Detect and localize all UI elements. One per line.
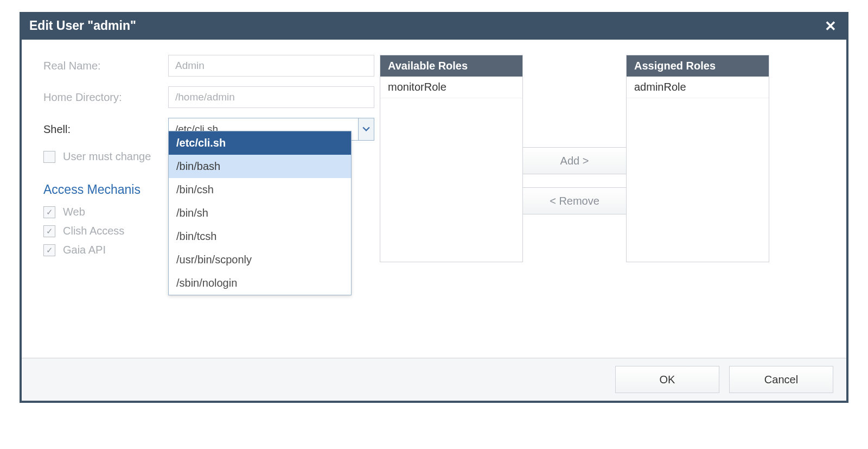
role-item[interactable]: adminRole — [627, 77, 769, 98]
edit-user-dialog: Edit User "admin" ✕ Real Name: Home Dire… — [20, 12, 848, 403]
dialog-title: Edit User "admin" — [29, 18, 136, 33]
shell-option[interactable]: /sbin/nologin — [169, 271, 351, 295]
label-real-name: Real Name: — [43, 60, 168, 72]
ok-label: OK — [660, 374, 675, 386]
available-roles-list[interactable]: monitorRole — [380, 77, 522, 262]
add-role-label: Add > — [560, 155, 589, 167]
input-real-name[interactable] — [168, 55, 374, 77]
label-home-directory: Home Directory: — [43, 91, 168, 104]
shell-option[interactable]: /bin/sh — [169, 201, 351, 225]
row-real-name: Real Name: — [43, 55, 374, 77]
shell-option[interactable]: /bin/tcsh — [169, 225, 351, 248]
ok-button[interactable]: OK — [615, 366, 719, 393]
remove-role-button[interactable]: < Remove — [522, 187, 627, 214]
assigned-roles-panel: Assigned Roles adminRole — [626, 55, 769, 262]
dialog-body: Real Name: Home Directory: Shell: /etc/c… — [22, 40, 846, 358]
dialog-footer: OK Cancel — [22, 358, 846, 401]
input-home-directory[interactable] — [168, 86, 374, 108]
access-label: Web — [63, 206, 85, 218]
cancel-button[interactable]: Cancel — [729, 366, 833, 393]
shell-dropdown-trigger[interactable] — [358, 118, 374, 140]
access-checkbox[interactable]: ✓ — [43, 206, 55, 218]
access-label: Clish Access — [63, 225, 124, 237]
shell-option[interactable]: /bin/csh — [169, 178, 351, 201]
add-role-button[interactable]: Add > — [522, 147, 627, 174]
shell-option[interactable]: /etc/cli.sh — [169, 131, 351, 155]
remove-role-label: < Remove — [550, 195, 599, 207]
shell-dropdown-list[interactable]: /etc/cli.sh/bin/bash/bin/csh/bin/sh/bin/… — [168, 131, 352, 295]
checkbox-must-change[interactable] — [43, 151, 55, 163]
label-shell: Shell: — [43, 123, 168, 136]
roles-area: Available Roles monitorRole Add > < Remo… — [380, 55, 769, 262]
row-home-directory: Home Directory: — [43, 86, 374, 108]
role-item[interactable]: monitorRole — [380, 77, 522, 98]
access-label: Gaia API — [63, 244, 106, 256]
cancel-label: Cancel — [764, 374, 798, 386]
assigned-roles-header: Assigned Roles — [627, 55, 769, 77]
shell-option[interactable]: /bin/bash — [169, 155, 351, 178]
chevron-down-icon — [362, 127, 370, 132]
assigned-roles-list[interactable]: adminRole — [627, 77, 769, 262]
transfer-buttons: Add > < Remove — [523, 55, 626, 214]
available-roles-panel: Available Roles monitorRole — [380, 55, 523, 262]
access-checkbox[interactable]: ✓ — [43, 244, 55, 256]
available-roles-header: Available Roles — [380, 55, 522, 77]
form-column: Real Name: Home Directory: Shell: /etc/c… — [43, 55, 374, 256]
label-must-change: User must change — [63, 150, 151, 163]
close-icon[interactable]: ✕ — [825, 19, 837, 33]
dialog-header: Edit User "admin" ✕ — [22, 14, 846, 40]
access-checkbox[interactable]: ✓ — [43, 225, 55, 237]
shell-option[interactable]: /usr/bin/scponly — [169, 248, 351, 271]
